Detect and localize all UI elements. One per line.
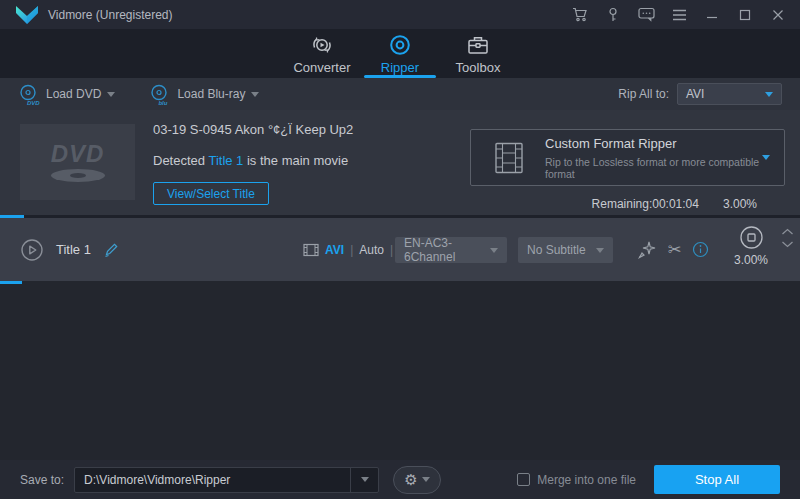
cut-scissors-icon[interactable]: ✂ — [668, 218, 681, 281]
save-path-dropdown[interactable] — [350, 468, 378, 492]
toolbox-icon — [466, 33, 490, 57]
title-progress-bar — [0, 281, 22, 284]
rename-pencil-icon[interactable] — [103, 242, 119, 258]
bottom-bar: Save to: D:\Vidmore\Vidmore\Ripper ⚙ Mer… — [0, 460, 800, 499]
rip-all-to-value: AVI — [686, 87, 765, 101]
ripper-toolbar: DVD Load DVD blu Load Blu-ray Rip All to… — [0, 78, 800, 110]
subtitle-select[interactable]: No Subtitle — [518, 237, 613, 263]
maximize-icon[interactable] — [733, 3, 757, 27]
merge-into-one-file-option[interactable]: Merge into one file — [517, 473, 636, 487]
chevron-down-icon — [361, 477, 369, 482]
app-title: Vidmore (Unregistered) — [48, 8, 173, 22]
gear-icon: ⚙ — [404, 471, 417, 489]
chevron-down-icon — [762, 155, 770, 160]
tab-toolbox-label: Toolbox — [456, 60, 501, 75]
vidmore-window: Vidmore (Unregistered) — [0, 0, 800, 499]
ripper-disc-icon — [388, 33, 412, 57]
stop-all-button[interactable]: Stop All — [654, 465, 780, 494]
load-dvd-button[interactable]: DVD Load DVD — [18, 83, 115, 105]
chevron-down-icon — [596, 248, 604, 253]
info-icon[interactable] — [692, 218, 709, 281]
dvd-disc-icon: DVD — [18, 83, 40, 105]
subtitle-value: No Subtitle — [527, 243, 596, 257]
tab-ripper[interactable]: Ripper — [361, 29, 439, 78]
title-quality: Auto — [359, 243, 384, 257]
format-panel-title: Custom Format Ripper — [545, 136, 762, 151]
save-path-field[interactable]: D:\Vidmore\Vidmore\Ripper — [74, 467, 379, 493]
audio-track-select[interactable]: EN-AC3-6Channel — [395, 237, 507, 263]
dvd-logo: DVD — [51, 142, 105, 166]
task-list-area — [0, 281, 800, 460]
video-format-icon — [303, 243, 319, 257]
custom-format-ripper-selector[interactable]: Custom Format Ripper Rip to the Lossless… — [470, 129, 785, 186]
bluray-disc-icon: blu — [149, 83, 171, 105]
rip-all-to-label: Rip All to: — [618, 87, 669, 101]
view-select-title-button[interactable]: View/Select Title — [153, 182, 269, 205]
load-dvd-label: Load DVD — [46, 87, 101, 101]
edit-effects-icon[interactable] — [637, 218, 657, 281]
tab-bar: Converter Ripper Toolbox — [0, 29, 800, 78]
title-name: Title 1 — [56, 242, 91, 257]
tab-ripper-label: Ripper — [381, 60, 419, 75]
chevron-down-icon — [107, 92, 115, 97]
rip-all-to-select[interactable]: AVI — [677, 83, 782, 105]
menu-icon[interactable] — [667, 3, 691, 27]
detected-text: Detected Title 1 is the main movie — [153, 153, 353, 168]
remaining-time: Remaining:00:01:04 — [592, 197, 699, 211]
chevron-down-icon — [490, 248, 498, 253]
title-row[interactable]: Title 1 AVI | Auto | 01:43:23 EN-AC3-6Ch… — [0, 218, 800, 281]
merge-checkbox[interactable] — [517, 473, 530, 486]
settings-button[interactable]: ⚙ — [393, 466, 441, 494]
minimize-icon[interactable] — [700, 3, 724, 27]
vidmore-logo-icon — [14, 5, 40, 25]
disc-info-panel: DVD 03-19 S-0945 Akon °¢¿Ï Keep Up2 Dete… — [0, 110, 800, 215]
load-bluray-label: Load Blu-ray — [177, 87, 245, 101]
merge-label: Merge into one file — [537, 473, 636, 487]
converter-icon — [310, 33, 334, 57]
title-format-link[interactable]: AVI — [325, 243, 344, 257]
scroll-down-icon[interactable] — [781, 241, 794, 248]
titlebar: Vidmore (Unregistered) — [0, 0, 800, 29]
film-strip-icon — [491, 140, 527, 176]
title-1-link[interactable]: Title 1 — [208, 153, 243, 168]
stop-task-button[interactable] — [739, 225, 764, 250]
play-preview-button[interactable] — [20, 238, 44, 262]
overall-progress-percent: 3.00% — [723, 197, 757, 211]
disc-title: 03-19 S-0945 Akon °¢¿Ï Keep Up2 — [153, 122, 353, 137]
tab-toolbox[interactable]: Toolbox — [439, 29, 517, 78]
title-progress-percent: 3.00% — [734, 253, 768, 267]
chevron-down-icon — [251, 92, 259, 97]
close-icon[interactable] — [766, 3, 790, 27]
audio-track-value: EN-AC3-6Channel — [404, 236, 490, 264]
register-key-icon[interactable] — [601, 3, 625, 27]
dvd-thumbnail: DVD — [20, 124, 135, 200]
cart-icon[interactable] — [568, 3, 592, 27]
save-to-label: Save to: — [20, 473, 64, 487]
chevron-down-icon — [422, 477, 430, 482]
save-path-value: D:\Vidmore\Vidmore\Ripper — [75, 473, 350, 487]
tab-converter-label: Converter — [293, 60, 350, 75]
dvd-logo-disc — [51, 169, 105, 182]
load-bluray-button[interactable]: blu Load Blu-ray — [149, 83, 259, 105]
tab-converter[interactable]: Converter — [283, 29, 361, 78]
chevron-down-icon — [765, 92, 773, 97]
format-panel-subtitle: Rip to the Lossless format or more compa… — [545, 156, 762, 180]
feedback-icon[interactable] — [634, 3, 658, 27]
scroll-up-icon[interactable] — [781, 228, 794, 235]
